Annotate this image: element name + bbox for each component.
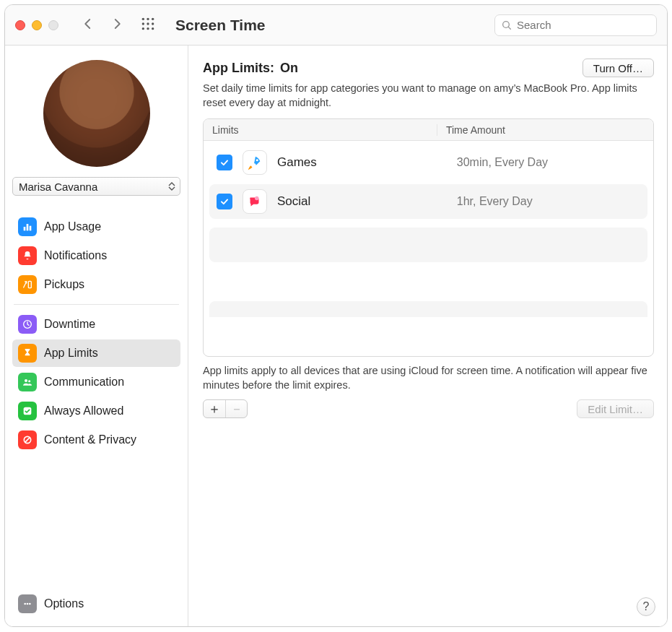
toolbar-nav [82, 17, 123, 33]
edit-limit-button[interactable]: Edit Limit… [577, 399, 654, 418]
svg-point-21 [24, 603, 26, 605]
sidebar-item-label: Always Allowed [44, 404, 123, 417]
sidebar-item-label: App Usage [44, 220, 101, 233]
main-pane: App Limits: On Turn Off… Set daily time … [188, 46, 667, 626]
back-button[interactable] [82, 17, 95, 33]
window-zoom-button[interactable] [48, 20, 58, 30]
sidebar-nav: App Usage Notifications Pickups Downtime [12, 213, 180, 454]
row-checkbox[interactable] [217, 194, 232, 209]
user-picker-label: Marisa Cavanna [19, 181, 97, 193]
help-button[interactable]: ? [637, 597, 655, 616]
row-checkbox[interactable] [217, 155, 232, 170]
sidebar-item-downtime[interactable]: Downtime [12, 311, 180, 338]
titlebar: Screen Time [5, 5, 667, 46]
check-shield-icon [18, 402, 37, 420]
sidebar-item-content-privacy[interactable]: Content & Privacy [12, 426, 180, 454]
sidebar-item-pickups[interactable]: Pickups [12, 271, 180, 298]
search-input[interactable] [517, 19, 650, 31]
sidebar-item-options[interactable]: Options [12, 590, 180, 618]
table-action-bar: ＋ － Edit Limit… [203, 399, 654, 418]
sidebar-item-label: Content & Privacy [44, 433, 136, 446]
search-field[interactable] [494, 14, 657, 36]
table-row-empty [209, 228, 647, 262]
sidebar-item-label: Communication [44, 376, 124, 389]
svg-line-20 [25, 438, 30, 443]
user-picker[interactable]: Marisa Cavanna [12, 177, 180, 196]
window-controls [15, 20, 58, 30]
section-title: App Limits: [203, 61, 274, 76]
svg-rect-12 [27, 224, 29, 230]
table-body[interactable]: Games 30min, Every Day Social 1hr, Every… [204, 141, 653, 356]
svg-line-10 [508, 27, 510, 29]
sidebar-item-notifications[interactable]: Notifications [12, 242, 180, 269]
svg-point-5 [152, 22, 154, 25]
chevron-up-down-icon [168, 182, 175, 191]
svg-point-3 [142, 22, 144, 25]
window-minimize-button[interactable] [32, 20, 42, 30]
pickups-icon [18, 275, 37, 294]
table-row[interactable]: Social 1hr, Every Day [209, 184, 647, 219]
sidebar-item-label: App Limits [44, 347, 98, 360]
table-row[interactable]: Games 30min, Every Day [209, 145, 647, 180]
chat-hearts-icon [243, 189, 267, 214]
people-icon [18, 373, 37, 391]
ellipsis-icon [18, 594, 37, 613]
svg-point-2 [152, 17, 154, 20]
hourglass-icon [18, 344, 37, 363]
row-time: 30min, Every Day [457, 156, 548, 169]
svg-point-16 [25, 379, 27, 382]
window-close-button[interactable] [15, 20, 25, 30]
row-time: 1hr, Every Day [457, 195, 533, 208]
remove-button[interactable]: － [225, 400, 247, 417]
sidebar-item-communication[interactable]: Communication [12, 368, 180, 396]
no-sign-icon [18, 430, 37, 449]
section-header: App Limits: On Turn Off… [203, 59, 654, 77]
svg-point-6 [142, 27, 144, 30]
forward-button[interactable] [110, 17, 123, 33]
sidebar-item-always-allowed[interactable]: Always Allowed [12, 397, 180, 425]
plus-icon: ＋ [208, 400, 221, 417]
minus-icon: － [230, 400, 243, 417]
svg-rect-14 [28, 281, 31, 287]
sidebar-item-label: Pickups [44, 278, 84, 291]
limits-table: Limits Time Amount Games 30min, Every Da… [203, 118, 654, 357]
bell-icon [18, 246, 37, 265]
sidebar-item-app-limits[interactable]: App Limits [12, 339, 180, 367]
question-icon: ? [643, 600, 650, 613]
user-avatar [12, 57, 180, 167]
add-remove-group: ＋ － [203, 399, 248, 418]
body: Marisa Cavanna App Usage Notifications [5, 46, 667, 626]
sidebar-item-label: Options [44, 597, 84, 610]
svg-point-17 [28, 380, 30, 382]
section-footnote: App limits apply to all devices that are… [203, 364, 654, 392]
sidebar-separator [14, 304, 179, 305]
svg-point-23 [29, 603, 31, 605]
sidebar-item-app-usage[interactable]: App Usage [12, 213, 180, 241]
svg-point-8 [152, 27, 154, 30]
svg-point-4 [147, 22, 149, 25]
svg-rect-11 [24, 227, 26, 230]
section-status: On [280, 61, 298, 76]
row-name: Social [277, 194, 447, 209]
show-all-prefs-button[interactable] [141, 17, 155, 34]
add-button[interactable]: ＋ [204, 400, 225, 417]
search-icon [501, 20, 512, 31]
bar-chart-icon [18, 217, 37, 236]
svg-point-24 [256, 159, 258, 161]
clock-icon [18, 315, 37, 334]
rocket-icon [243, 150, 267, 175]
sidebar: Marisa Cavanna App Usage Notifications [5, 46, 188, 626]
svg-point-1 [147, 17, 149, 20]
col-header-limits[interactable]: Limits [204, 124, 437, 136]
svg-point-25 [255, 196, 259, 201]
window-title: Screen Time [175, 17, 266, 34]
sidebar-item-label: Notifications [44, 249, 107, 262]
turn-off-button[interactable]: Turn Off… [582, 59, 654, 77]
col-header-time[interactable]: Time Amount [437, 124, 653, 136]
svg-point-22 [27, 603, 29, 605]
svg-point-7 [147, 27, 149, 30]
section-description: Set daily time limits for app categories… [203, 82, 654, 110]
svg-rect-13 [30, 226, 32, 231]
table-row-empty [209, 301, 647, 317]
sidebar-item-label: Downtime [44, 318, 95, 331]
